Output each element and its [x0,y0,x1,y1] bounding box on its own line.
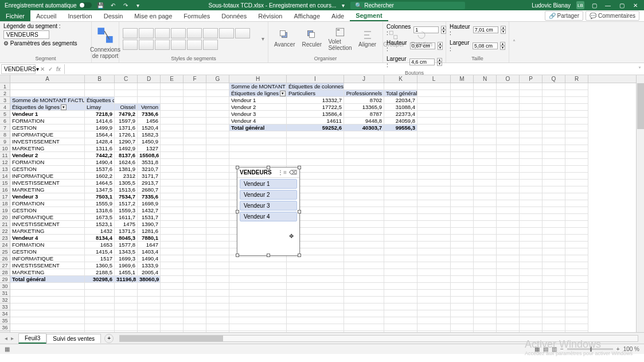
cell[interactable] [417,152,451,159]
row-header[interactable]: 25 [0,248,10,255]
cell[interactable] [10,324,85,331]
cell[interactable] [184,290,206,297]
cell[interactable] [10,303,85,310]
cell[interactable] [542,214,565,221]
cell[interactable] [451,104,474,111]
cell[interactable] [497,159,520,166]
spreadsheet-grid[interactable]: ABCDEFGHIJKLMNOPQR 123456789101112131415… [0,75,644,332]
cell[interactable] [344,173,384,180]
cell[interactable]: FORMATION [10,118,85,124]
cell[interactable]: Vendeur 4 [10,235,85,242]
cell[interactable] [474,297,497,303]
cell[interactable] [497,235,520,242]
row-header[interactable]: 14 [0,173,10,180]
tab-donnees[interactable]: Données [216,10,252,21]
cell[interactable] [565,118,588,124]
cell[interactable] [417,303,451,310]
cell[interactable]: Vendeur 2 [10,152,85,159]
cell[interactable] [565,248,588,255]
cell[interactable] [161,124,184,131]
cell[interactable]: 17722,5 [287,104,344,111]
cell[interactable] [161,269,184,276]
cell[interactable] [417,166,451,173]
cell[interactable] [138,324,161,331]
cell[interactable] [184,317,206,324]
cell[interactable]: Oissel [115,104,138,111]
cell[interactable] [497,283,520,290]
cell[interactable] [520,124,542,131]
cell[interactable]: GESTION [10,166,85,173]
cell[interactable]: MARKETING [10,269,85,276]
cell[interactable] [451,235,474,242]
slicer-vendeurs[interactable]: VENDEURS ⋮≡ ⌫ Vendeur 1Vendeur 2Vendeur … [237,167,300,256]
cell[interactable] [474,138,497,145]
cell[interactable] [451,124,474,131]
cell[interactable] [115,324,138,331]
cell[interactable]: 1537,6 [85,166,115,173]
cell[interactable] [565,186,588,193]
cell[interactable]: INVESTISSEMENT [10,138,85,145]
row-header[interactable]: 30 [0,283,10,290]
cell[interactable] [565,193,588,200]
cell[interactable] [565,297,588,303]
cell[interactable] [184,138,206,145]
cell[interactable] [474,124,497,131]
cell[interactable] [138,90,161,97]
cell[interactable] [497,214,520,221]
cell[interactable] [520,111,542,118]
cell[interactable] [206,145,229,152]
cell[interactable] [184,173,206,180]
cell[interactable] [138,317,161,324]
cell[interactable] [451,83,474,90]
cell[interactable]: Professionnels [344,90,384,97]
cell[interactable] [565,235,588,242]
cell[interactable]: 1582,3 [138,131,161,138]
cell[interactable] [287,269,344,276]
cell[interactable] [161,248,184,255]
cell[interactable] [161,255,184,262]
col-header[interactable]: J [344,75,384,83]
cell[interactable] [184,303,206,310]
cell[interactable] [384,152,417,159]
cell[interactable] [10,283,85,290]
row-header[interactable]: 5 [0,111,10,118]
style-gallery-more-icon[interactable]: ▾ [261,36,264,42]
clear-filter-icon[interactable]: ⌫ [289,169,297,176]
legend-input[interactable] [3,30,49,39]
cell[interactable]: 1673,5 [85,214,115,221]
cell[interactable] [206,283,229,290]
cell[interactable] [85,283,115,290]
send-backward-button[interactable]: Reculer [300,29,324,49]
cell[interactable] [417,324,451,331]
row-header[interactable]: 12 [0,159,10,166]
cell[interactable]: 40303,7 [344,124,384,131]
cell[interactable] [474,83,497,90]
cell[interactable]: MARKETING [10,228,85,235]
cell[interactable] [184,131,206,138]
cell[interactable] [161,297,184,303]
row-header[interactable]: 37 [0,331,10,332]
cell[interactable] [542,138,565,145]
cell[interactable] [161,276,184,283]
cell[interactable]: 7442,2 [85,152,115,159]
cell[interactable] [229,262,287,269]
row-header[interactable]: 28 [0,269,10,276]
cell[interactable] [206,242,229,248]
cell[interactable] [184,235,206,242]
cell[interactable] [565,159,588,166]
cell[interactable] [384,83,417,90]
cell[interactable]: Particuliers [287,90,344,97]
cell[interactable] [474,180,497,186]
tab-dessin[interactable]: Dessin [98,10,129,21]
cell[interactable]: 1499,9 [85,124,115,131]
cell[interactable] [344,324,384,331]
cell[interactable] [565,276,588,283]
cell[interactable] [384,242,417,248]
cell[interactable] [451,138,474,145]
cell[interactable] [161,228,184,235]
cell[interactable] [161,221,184,228]
view-break-icon[interactable]: ▥ [552,346,557,352]
cell[interactable]: 1653 [85,242,115,248]
cell[interactable]: Total général [229,124,287,131]
cell[interactable] [565,104,588,111]
